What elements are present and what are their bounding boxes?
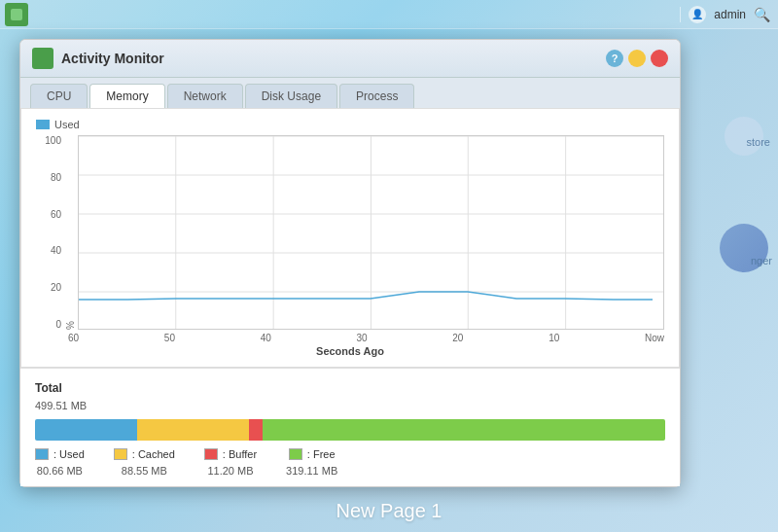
x-label-50: 50	[164, 333, 175, 343]
x-axis-title: Seconds Ago	[36, 345, 664, 357]
store-label[interactable]: store	[747, 136, 770, 148]
user-icon: 👤	[689, 6, 706, 23]
legend-row: : Used 80.66 MB : Cached 88.55 MB : Buff…	[35, 448, 665, 477]
used-legend-color	[36, 120, 50, 129]
x-label-60: 60	[68, 333, 79, 343]
bar-buffer	[249, 419, 263, 441]
bar-cached	[137, 419, 249, 441]
y-label-100: 100	[40, 135, 61, 146]
tab-network[interactable]: Network	[167, 84, 243, 108]
legend-free-value: 319.11 MB	[286, 465, 337, 477]
tab-cpu[interactable]: CPU	[30, 84, 88, 108]
legend-free-label: : Free	[307, 448, 336, 460]
chart-with-axis: 100 80 60 40 20 0 %	[36, 135, 664, 330]
used-legend-label: Used	[54, 119, 80, 130]
help-button[interactable]: ?	[606, 50, 623, 67]
page-title: New Page 1	[336, 500, 442, 522]
total-info: Total 499.51 MB	[35, 378, 665, 413]
activity-monitor-window: Activity Monitor ? CPU Memory Network Di…	[19, 39, 681, 487]
bar-free	[263, 419, 665, 441]
y-label-20: 20	[40, 282, 61, 293]
legend-used-box	[35, 448, 49, 460]
legend-used-label: : Used	[53, 448, 85, 460]
y-label-80: 80	[40, 172, 61, 183]
legend-buffer-label: : Buffer	[223, 448, 257, 460]
chart-legend: Used	[36, 119, 664, 130]
taskbar-app-icon[interactable]	[5, 3, 28, 26]
legend-used-value: 80.66 MB	[37, 465, 83, 477]
chart-container: Used 100 80 60 40 20 0 %	[20, 108, 680, 368]
close-button[interactable]	[651, 50, 668, 67]
y-axis: 100 80 60 40 20 0	[36, 135, 65, 330]
stats-section: Total 499.51 MB : Used 80.66 MB	[20, 368, 680, 486]
nger-label[interactable]: nger	[751, 255, 772, 266]
y-label-0: 0	[40, 319, 61, 330]
memory-line	[79, 292, 653, 300]
taskbar-divider	[680, 7, 681, 22]
taskbar-right: 👤 admin 🔍	[680, 6, 778, 23]
minimize-button[interactable]	[628, 50, 646, 67]
legend-cached-top: : Cached	[114, 448, 175, 460]
legend-free-box	[289, 448, 302, 460]
total-value: 499.51 MB	[35, 400, 87, 411]
search-icon[interactable]: 🔍	[754, 7, 770, 22]
legend-used: : Used 80.66 MB	[35, 448, 85, 477]
legend-cached-value: 88.55 MB	[122, 465, 167, 477]
bar-used	[35, 419, 137, 441]
legend-buffer-box	[204, 448, 218, 460]
total-label: Total	[35, 381, 62, 395]
taskbar: 👤 admin 🔍	[0, 0, 778, 29]
y-label-60: 60	[40, 209, 61, 220]
legend-buffer-value: 11.20 MB	[207, 465, 253, 477]
window-title-left: Activity Monitor	[32, 48, 164, 69]
username-label: admin	[714, 8, 746, 21]
legend-buffer-top: : Buffer	[204, 448, 257, 460]
tab-memory[interactable]: Memory	[89, 84, 164, 108]
legend-free: : Free 319.11 MB	[286, 448, 337, 477]
dot-active	[385, 478, 393, 485]
window-controls: ?	[606, 50, 668, 67]
page-dot	[385, 478, 393, 485]
x-label-now: Now	[645, 333, 664, 343]
legend-cached: : Cached 88.55 MB	[114, 448, 175, 477]
x-label-40: 40	[261, 333, 271, 343]
legend-cached-label: : Cached	[132, 448, 175, 460]
tab-disk-usage[interactable]: Disk Usage	[245, 84, 337, 108]
x-label-30: 30	[356, 333, 367, 343]
legend-buffer: : Buffer 11.20 MB	[204, 448, 257, 477]
y-label-40: 40	[40, 245, 61, 256]
x-label-20: 20	[452, 333, 463, 343]
legend-cached-box	[114, 448, 127, 460]
legend-used-top: : Used	[35, 448, 85, 460]
y-axis-percent: %	[65, 135, 76, 330]
app-icon	[32, 48, 53, 69]
taskbar-left	[0, 3, 28, 26]
chart-grid-svg	[79, 136, 663, 329]
tabs: CPU Memory Network Disk Usage Process	[20, 78, 680, 108]
memory-progress-bar	[35, 419, 665, 441]
window-title: Activity Monitor	[61, 51, 164, 66]
window-titlebar: Activity Monitor ?	[20, 40, 680, 78]
chart-area	[78, 135, 664, 330]
x-label-10: 10	[548, 333, 559, 343]
legend-free-top: : Free	[289, 448, 336, 460]
x-axis-labels: 60 50 40 30 20 10 Now	[68, 333, 664, 343]
tab-process[interactable]: Process	[339, 84, 414, 108]
